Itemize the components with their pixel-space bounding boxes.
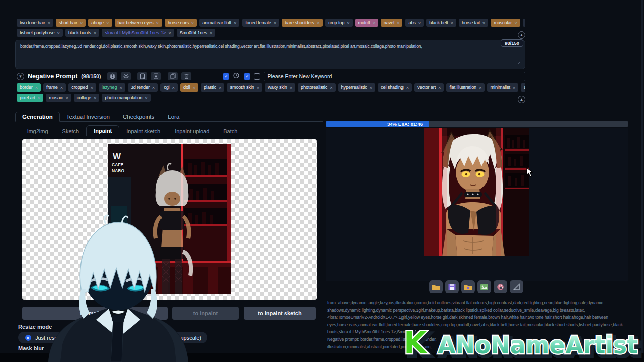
remove-tag-icon[interactable]: × — [438, 85, 441, 90]
tag-chip[interactable]: Smo0thL1nes× — [177, 29, 215, 37]
prompt-textarea[interactable]: border,frame,cropped,lazyneg,3d render,c… — [15, 40, 525, 69]
tag-chip[interactable]: horse tail× — [459, 19, 488, 27]
textarea-resize-grip[interactable] — [518, 62, 523, 67]
negative-tag-chip[interactable]: minimalist× — [487, 83, 518, 92]
remove-tag-icon[interactable]: × — [290, 85, 292, 90]
remove-tag-icon[interactable]: × — [482, 20, 485, 26]
paste-icon[interactable] — [168, 72, 178, 80]
save-icon[interactable] — [445, 280, 459, 293]
negative-tag-chip[interactable]: cropped× — [68, 83, 96, 92]
history-clock-icon[interactable] — [233, 72, 240, 81]
archive-icon[interactable] — [461, 280, 475, 293]
negative-tag-chip[interactable]: waxy skin× — [265, 83, 295, 92]
save-style-icon[interactable] — [137, 72, 147, 80]
negative-tag-chip[interactable]: border× — [17, 83, 41, 92]
tag-chip[interactable]: fishnet pantyhose× — [17, 29, 63, 37]
folder-icon[interactable] — [429, 280, 443, 293]
palette-icon[interactable] — [494, 280, 507, 293]
mode-tab[interactable]: Batch — [216, 126, 245, 136]
tag-chip[interactable]: navel× — [381, 19, 403, 27]
negative-tag-chip[interactable]: pixel art× — [17, 94, 43, 102]
apply-style-icon[interactable] — [151, 72, 161, 80]
remove-tag-icon[interactable]: × — [370, 85, 372, 90]
remove-tag-icon[interactable]: × — [451, 20, 453, 26]
tag-chip[interactable]: horse ears× — [165, 19, 197, 27]
remove-tag-icon[interactable]: × — [210, 30, 212, 36]
negative-tag-chip[interactable]: cgi× — [160, 83, 178, 92]
remove-tag-icon[interactable]: × — [57, 30, 59, 36]
negative-tag-chip[interactable]: vector art× — [414, 83, 444, 92]
auto-checkbox-2[interactable]: ✓ — [244, 73, 250, 80]
negative-tag-chip[interactable]: hyperrealistic× — [338, 83, 375, 92]
canvas-action-button[interactable]: to inpaint sketch — [244, 307, 316, 320]
tag-chip[interactable]: black belt× — [426, 19, 456, 27]
remove-tag-icon[interactable]: × — [38, 95, 40, 101]
tag-chip[interactable]: black boots× — [65, 29, 99, 37]
tag-chip[interactable]: hair between eyes× — [115, 19, 162, 27]
remove-tag-icon[interactable]: × — [80, 20, 83, 26]
negative-tag-chip[interactable]: abstract× — [521, 83, 525, 92]
negative-tag-chip[interactable]: photorealistic× — [298, 83, 335, 92]
tag-chip[interactable]: animal ear fluff× — [199, 19, 239, 27]
negative-tag-chip[interactable]: frame× — [43, 83, 66, 92]
remove-tag-icon[interactable]: × — [397, 20, 399, 26]
remove-tag-icon[interactable]: × — [65, 95, 68, 101]
tag-chip[interactable]: short hair× — [56, 19, 86, 27]
collapse-section-icon[interactable]: ▲ — [518, 31, 525, 39]
remove-tag-icon[interactable]: × — [193, 85, 195, 90]
remove-tag-icon[interactable]: × — [94, 30, 96, 36]
main-tab[interactable]: Lora — [161, 112, 186, 121]
tag-chip[interactable]: crop top× — [325, 19, 352, 27]
auto-checkbox-1[interactable]: ✓ — [223, 73, 229, 80]
gear-icon[interactable] — [121, 72, 131, 80]
tag-chip[interactable]: ahoge× — [88, 19, 112, 27]
remove-tag-icon[interactable]: × — [90, 85, 93, 90]
remove-tag-icon[interactable]: × — [372, 20, 375, 26]
remove-tag-icon[interactable]: × — [330, 85, 332, 90]
tag-chip[interactable]: two tone hair× — [17, 19, 53, 27]
remove-tag-icon[interactable]: × — [168, 30, 171, 36]
tag-chip[interactable]: black short shorts× — [523, 19, 525, 27]
tag-chip[interactable]: toned female× — [242, 19, 279, 27]
new-keyword-input[interactable] — [264, 72, 525, 81]
collapse-section-icon[interactable]: ▲ — [518, 96, 525, 103]
negative-tag-chip[interactable]: mosaic× — [46, 94, 71, 102]
negative-tag-chip[interactable]: collage× — [74, 94, 99, 102]
remove-tag-icon[interactable]: × — [479, 85, 481, 90]
mode-tab[interactable]: Inpaint upload — [168, 126, 216, 136]
remove-tag-icon[interactable]: × — [152, 85, 155, 90]
remove-tag-icon[interactable]: × — [60, 85, 63, 90]
mode-tab[interactable]: Sketch — [55, 126, 87, 136]
negative-tag-chip[interactable]: 3d render× — [128, 83, 158, 92]
main-tab[interactable]: Checkpoints — [116, 112, 161, 121]
remove-tag-icon[interactable]: × — [317, 20, 319, 26]
mode-tab[interactable]: img2img — [20, 126, 55, 136]
negative-tag-chip[interactable]: smooth skin× — [227, 83, 262, 92]
remove-tag-icon[interactable]: × — [347, 20, 349, 26]
tag-chip[interactable]: <lora:iLLMythSmo0thL1nes:1>× — [102, 29, 174, 37]
image-icon[interactable] — [477, 280, 491, 293]
remove-tag-icon[interactable]: × — [513, 85, 515, 90]
negative-tag-chip[interactable]: cel shading× — [378, 83, 412, 92]
remove-tag-icon[interactable]: × — [48, 20, 50, 26]
tag-chip[interactable]: abs× — [405, 19, 424, 27]
negative-tag-chip[interactable]: plastic× — [201, 83, 224, 92]
negative-tag-chip[interactable]: flat illustration× — [446, 83, 485, 92]
negative-tag-chip[interactable]: photo manipulation× — [102, 94, 150, 102]
remove-tag-icon[interactable]: × — [191, 20, 194, 26]
mode-tab[interactable]: Inpaint sketch — [119, 126, 168, 136]
remove-tag-icon[interactable]: × — [35, 85, 38, 90]
remove-tag-icon[interactable]: × — [156, 20, 159, 26]
remove-tag-icon[interactable]: × — [219, 85, 221, 90]
remove-tag-icon[interactable]: × — [172, 85, 175, 90]
main-tab[interactable]: Textual Inversion — [60, 112, 116, 121]
remove-tag-icon[interactable]: × — [406, 85, 409, 90]
chevron-down-icon[interactable]: ▼ — [17, 73, 24, 80]
mode-tab[interactable]: Inpaint — [86, 125, 119, 136]
remove-tag-icon[interactable]: × — [94, 95, 96, 101]
negative-tag-chip[interactable]: lazyneg× — [99, 83, 125, 92]
remove-tag-icon[interactable]: × — [274, 20, 276, 26]
remove-tag-icon[interactable]: × — [514, 20, 517, 26]
ruler-icon[interactable] — [510, 280, 523, 293]
remove-tag-icon[interactable]: × — [119, 85, 122, 90]
